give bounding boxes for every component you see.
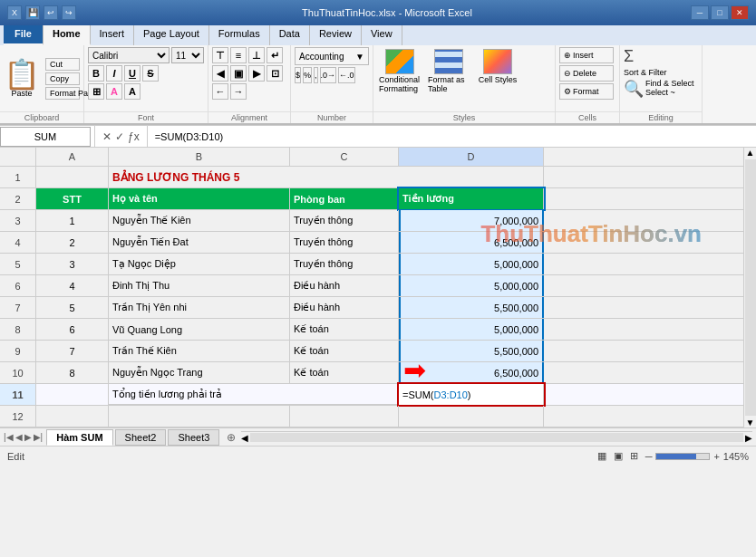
minimize-btn[interactable]: ─	[691, 5, 709, 20]
cell-c5[interactable]: Truyền thông	[290, 254, 399, 274]
horizontal-scrollbar[interactable]: ◀ ▶	[241, 431, 752, 444]
tab-view[interactable]: View	[362, 25, 402, 45]
sheet-first-btn[interactable]: |◀	[4, 432, 14, 442]
bold-button[interactable]: B	[88, 65, 104, 82]
redo-icon[interactable]: ↪	[62, 5, 76, 20]
strikethrough-button[interactable]: S	[142, 65, 159, 82]
cell-styles-button[interactable]: Cell Styles	[475, 47, 520, 95]
tab-pagelayout[interactable]: Page Layout	[134, 25, 209, 45]
tab-insert[interactable]: Insert	[91, 25, 135, 45]
tab-home[interactable]: Home	[44, 25, 91, 45]
format-button[interactable]: ⚙ Format	[559, 83, 614, 100]
cell-a7[interactable]: 5	[36, 297, 109, 318]
indent-decrease-button[interactable]: ←	[212, 83, 228, 100]
cell-a12[interactable]	[36, 406, 109, 427]
merge-center-button[interactable]: ⊡	[267, 65, 283, 82]
cell-c7[interactable]: Điều hành	[290, 297, 399, 318]
hscroll-left-btn[interactable]: ◀	[241, 433, 248, 443]
cell-a2[interactable]: STT	[36, 188, 109, 209]
col-header-d[interactable]: D	[399, 148, 544, 166]
hscroll-thumb[interactable]	[250, 433, 743, 442]
cell-a11[interactable]	[36, 384, 109, 405]
delete-button[interactable]: ⊖ Delete	[559, 65, 614, 82]
sheet-nav-icons[interactable]: |◀ ◀ ▶ ▶|	[0, 432, 43, 442]
font-size-select[interactable]: 11	[171, 47, 204, 63]
add-sheet-btn[interactable]: ⊕	[221, 431, 241, 444]
sheet-prev-btn[interactable]: ◀	[15, 432, 23, 442]
maximize-btn[interactable]: □	[711, 5, 729, 20]
cell-b2[interactable]: Họ và tên	[109, 188, 290, 209]
align-top-button[interactable]: ⊤	[212, 47, 228, 63]
cell-c10[interactable]: Kế toán	[290, 362, 399, 383]
zoom-slider[interactable]	[655, 453, 710, 460]
cell-b4[interactable]: Nguyễn Tiến Đat	[109, 232, 290, 253]
insert-button[interactable]: ⊕ Insert	[559, 47, 614, 63]
cell-a3[interactable]: 1	[36, 210, 109, 231]
underline-button[interactable]: U	[124, 65, 141, 82]
align-bottom-button[interactable]: ⊥	[248, 47, 265, 63]
cut-button[interactable]: Cut	[45, 58, 80, 71]
font-name-select[interactable]: Calibri	[88, 47, 170, 63]
row-num-2[interactable]: 2	[0, 188, 36, 210]
paste-button[interactable]: 📋 Paste	[4, 60, 40, 98]
col-header-a[interactable]: A	[36, 148, 109, 166]
confirm-formula-btn[interactable]: ✓	[115, 130, 124, 143]
cell-b10[interactable]: Nguyễn Ngọc Trang	[109, 362, 290, 383]
currency-button[interactable]: $	[295, 67, 301, 83]
zoom-plus[interactable]: +	[713, 451, 719, 462]
cell-a1[interactable]	[36, 167, 109, 187]
scroll-down-btn[interactable]: ▼	[746, 418, 755, 427]
scroll-up-btn[interactable]: ▲	[746, 148, 755, 158]
row-num-6[interactable]: 6	[0, 275, 36, 297]
close-btn[interactable]: ✕	[731, 5, 749, 20]
row-num-11[interactable]: 11	[0, 384, 36, 406]
row-num-4[interactable]: 4	[0, 232, 36, 254]
row-num-9[interactable]: 9	[0, 341, 36, 362]
row-num-1[interactable]: 1	[0, 167, 36, 188]
cell-a5[interactable]: 3	[36, 254, 109, 274]
align-right-button[interactable]: ▶	[248, 65, 265, 82]
cell-d5[interactable]: 5,000,000	[399, 254, 544, 274]
cell-d7[interactable]: 5,500,000	[399, 297, 544, 318]
align-left-button[interactable]: ◀	[212, 65, 228, 82]
format-as-table-button[interactable]: Format as Table	[426, 47, 471, 95]
zoom-minus[interactable]: ─	[645, 451, 653, 462]
zoom-bar[interactable]: ─ + 145%	[645, 451, 749, 462]
sheet-next-btn[interactable]: ▶	[24, 432, 32, 442]
cell-a9[interactable]: 7	[36, 341, 109, 361]
sheet-tab-sheet2[interactable]: Sheet2	[115, 429, 167, 446]
sheet-tab-hamsum[interactable]: Hàm SUM	[46, 429, 112, 446]
vertical-scrollbar[interactable]: ▲ ▼	[743, 148, 756, 427]
cell-b11-merged[interactable]: Tổng tiền lương phải trả	[109, 384, 399, 405]
cell-c12[interactable]	[290, 406, 399, 427]
col-header-b[interactable]: B	[109, 148, 290, 166]
cell-c3[interactable]: Truyền thông	[290, 210, 399, 231]
hscroll-right-btn[interactable]: ▶	[745, 433, 752, 443]
tab-formulas[interactable]: Formulas	[209, 25, 270, 45]
cell-b12[interactable]	[109, 406, 290, 427]
cancel-formula-btn[interactable]: ✕	[102, 130, 111, 143]
tab-review[interactable]: Review	[310, 25, 362, 45]
find-select-button[interactable]: 🔍 Find & Select Select ~	[624, 79, 694, 99]
view-pagebreak-btn[interactable]: ⊞	[630, 450, 638, 462]
indent-increase-button[interactable]: →	[230, 83, 247, 100]
italic-button[interactable]: I	[106, 65, 122, 82]
cell-d12[interactable]	[399, 406, 544, 427]
font-color-button[interactable]: A	[124, 83, 141, 100]
name-box[interactable]	[0, 127, 91, 147]
view-normal-btn[interactable]: ▦	[597, 450, 606, 462]
cell-b1[interactable]: BẢNG LƯƠNG THÁNG 5	[109, 167, 544, 187]
cell-b6[interactable]: Đinh Thị Thu	[109, 275, 290, 296]
undo-icon[interactable]: ↩	[44, 5, 58, 20]
col-header-c[interactable]: C	[290, 148, 399, 166]
number-format-button[interactable]: Accounting ▼	[295, 47, 369, 65]
comma-button[interactable]: ,	[314, 67, 318, 83]
cell-c4[interactable]: Truyền thông	[290, 232, 399, 253]
row-num-3[interactable]: 3	[0, 210, 36, 232]
cell-b8[interactable]: Vũ Quang Long	[109, 319, 290, 340]
cell-d3[interactable]: 7,000,000	[399, 210, 544, 231]
border-button[interactable]: ⊞	[88, 83, 104, 100]
sheet-tab-sheet3[interactable]: Sheet3	[168, 429, 219, 446]
cell-a10[interactable]: 8	[36, 362, 109, 383]
cell-c8[interactable]: Kế toán	[290, 319, 399, 340]
